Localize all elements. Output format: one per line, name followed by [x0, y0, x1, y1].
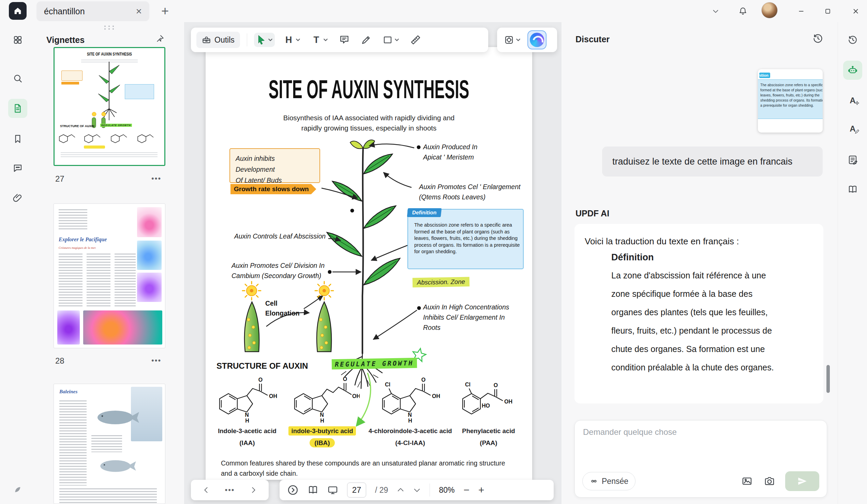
document-canvas: Outils H T: [184, 22, 561, 504]
tab-close-icon[interactable]: ×: [136, 6, 142, 17]
svg-text:OH: OH: [352, 393, 360, 399]
shape-tool[interactable]: [381, 33, 401, 47]
thumbnail-menu-button[interactable]: •••: [151, 174, 161, 183]
page-layout-button[interactable]: [308, 485, 319, 495]
annotation-inhibit-buds: Auxin inhibits Development Of Latent/ Bu…: [229, 148, 320, 183]
page-title: SITE OF AUXIN SYNTHESIS: [251, 74, 486, 104]
minimize-icon: [798, 8, 805, 15]
chat-scrollbar[interactable]: [826, 365, 830, 393]
panel-drag-handle[interactable]: [103, 25, 115, 30]
user-avatar[interactable]: [761, 2, 778, 19]
thumbnail-page-28[interactable]: Explorer le Pacifique Créatures magiques…: [54, 204, 165, 348]
zoom-level-label[interactable]: 80%: [439, 485, 454, 495]
select-tool[interactable]: [254, 33, 275, 47]
text-tool[interactable]: T: [309, 33, 330, 47]
thinking-mode-button[interactable]: Pensée: [582, 472, 635, 490]
screenshot-button[interactable]: [762, 474, 777, 489]
history-button[interactable]: [843, 30, 862, 50]
ai-assistant-button[interactable]: [843, 61, 862, 80]
user-image-attachment[interactable]: Definition The abscission zone refers to…: [758, 69, 823, 133]
tabs-dropdown-button[interactable]: [708, 4, 723, 19]
title-bar: échantillon × +: [0, 0, 867, 22]
chevron-down-icon: [395, 37, 399, 42]
home-button[interactable]: [9, 2, 26, 20]
ai-response-card: Voici la traduction du texte en français…: [575, 224, 823, 404]
form-edit-icon: [848, 155, 858, 165]
pen-tool[interactable]: [358, 32, 374, 47]
scroll-up-button[interactable]: [397, 486, 404, 494]
definition-callout[interactable]: Definition The abscission zone refers to…: [407, 209, 524, 269]
definition-text: The abscission zone refers to a specific…: [414, 222, 521, 255]
comment-tool[interactable]: [337, 32, 352, 47]
whale-illustration-2: [95, 455, 139, 475]
highlight-abscission-zone: Abscission. Zone: [413, 277, 470, 288]
document-tab[interactable]: échantillon ×: [36, 1, 149, 21]
svg-text:H: H: [320, 418, 324, 424]
ai-response-body: La zone d'abscission fait référence à un…: [611, 266, 783, 376]
pencil-icon: [854, 129, 860, 134]
send-button[interactable]: [785, 471, 819, 491]
scroll-down-button[interactable]: [413, 486, 421, 494]
page-nav-bar: •••: [191, 480, 269, 500]
chevron-down-icon: [268, 37, 273, 42]
updf-ai-button[interactable]: [527, 30, 547, 50]
thumbnail-page-29[interactable]: Baleines: [54, 384, 165, 504]
vault-icon: [504, 35, 514, 45]
next-page-button[interactable]: [249, 486, 257, 494]
ai-form-button[interactable]: [843, 150, 862, 169]
thumbnail-page-number: 27: [55, 174, 64, 184]
chevron-down-icon: [413, 486, 421, 494]
prev-page-button[interactable]: [203, 486, 210, 494]
thumbnails-panel-button[interactable]: [8, 99, 27, 118]
svg-text:O: O: [343, 376, 347, 382]
zoom-in-button[interactable]: +: [478, 484, 484, 496]
thumbnails-panel: Vignettes SITE OF AUXIN SYNTHESIS STRUCT…: [35, 22, 184, 504]
bookmarks-button[interactable]: [8, 129, 27, 148]
thumbnail-menu-button[interactable]: •••: [151, 356, 161, 365]
pin-panel-button[interactable]: [156, 34, 167, 45]
zoom-out-button[interactable]: −: [463, 484, 470, 496]
more-options-button[interactable]: •••: [225, 485, 235, 494]
window-maximize-button[interactable]: [820, 4, 835, 19]
page-total-label: / 29: [375, 485, 388, 495]
svg-text:N: N: [320, 412, 324, 418]
svg-text:N: N: [408, 412, 412, 418]
new-tab-button[interactable]: +: [158, 3, 172, 19]
expand-panel-button[interactable]: [287, 484, 299, 496]
presentation-mode-button[interactable]: [327, 485, 338, 495]
window-close-button[interactable]: [848, 4, 863, 19]
home-icon: [13, 6, 22, 16]
notifications-button[interactable]: [735, 4, 750, 19]
window-minimize-button[interactable]: [794, 4, 809, 19]
svg-text:H: H: [408, 418, 412, 424]
compound-4cl-iaa: Cl O OH N H 4-chloroindole-3-acetic acid…: [368, 371, 452, 447]
chat-input[interactable]: [583, 427, 818, 437]
attachments-button[interactable]: [8, 188, 27, 208]
apps-grid-button[interactable]: [8, 30, 27, 50]
thinking-icon: [589, 477, 598, 485]
protect-tool[interactable]: [502, 33, 523, 47]
definition-tag: Definition: [407, 208, 442, 217]
svg-text:OH: OH: [432, 393, 440, 399]
annotation-leaf-abscission: Auxin Controls Leaf Abscission: [234, 231, 325, 241]
molecule-structure: O OH N H: [210, 371, 285, 426]
thumbnail-page-27[interactable]: SITE OF AUXIN SYNTHESIS STRUCTURE OF AUX…: [54, 47, 165, 166]
page-number-input[interactable]: 27: [347, 483, 366, 497]
measure-tool[interactable]: [408, 32, 423, 47]
ai-write-button[interactable]: A: [843, 119, 862, 138]
chat-history-button[interactable]: [812, 33, 825, 45]
heading-tool[interactable]: H: [282, 33, 302, 47]
comments-button[interactable]: [8, 158, 27, 177]
cursor-icon: [256, 35, 266, 45]
search-button[interactable]: [8, 69, 27, 88]
toolbox-icon: [202, 35, 211, 45]
ai-reader-button[interactable]: [843, 180, 862, 199]
insert-image-button[interactable]: [739, 474, 754, 489]
ai-translate-button[interactable]: A: [843, 91, 862, 110]
app-logo-button[interactable]: [8, 480, 27, 499]
chevron-down-icon: [712, 8, 719, 15]
square-icon: [383, 35, 393, 45]
tools-menu-button[interactable]: Outils: [196, 32, 240, 48]
molecule-structure: O OH N H: [285, 371, 360, 426]
mini-molecules: [58, 131, 161, 145]
